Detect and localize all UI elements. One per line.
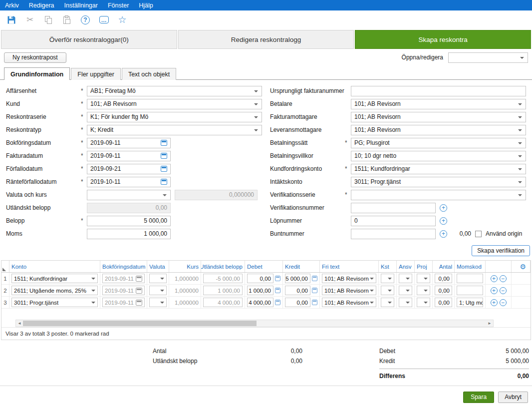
tab-skapa-reskontra[interactable]: Skapa reskontra: [355, 30, 531, 49]
kst-select[interactable]: [381, 286, 394, 295]
tab-redigera-reskontralogg[interactable]: Redigera reskontralogg: [178, 30, 354, 49]
remove-row-icon[interactable]: −: [500, 299, 507, 306]
konto-select[interactable]: 1511; Kundfordringar: [11, 274, 98, 283]
subtab-fler-uppgifter[interactable]: Fler uppgifter: [71, 68, 121, 80]
copy-icon[interactable]: [43, 14, 54, 25]
subtab-grundinformation[interactable]: Grundinformation: [4, 67, 70, 80]
subtab-text-och-objekt[interactable]: Text och objekt: [122, 68, 176, 80]
moms-input[interactable]: 1 000,00: [87, 229, 171, 239]
cancel-button[interactable]: Avbryt: [498, 392, 528, 403]
calendar-icon[interactable]: [161, 166, 167, 172]
header-kurs[interactable]: Kurs: [169, 261, 201, 272]
cut-icon[interactable]: ✂: [24, 14, 35, 25]
help-icon[interactable]: ?: [80, 14, 91, 25]
konto-select[interactable]: 3011; Progr.tjänst: [11, 298, 98, 307]
header-utlandskt-belopp[interactable]: Utländskt belopp: [201, 261, 245, 272]
valuta-select[interactable]: [149, 274, 167, 283]
menu-redigera[interactable]: Redigera: [24, 0, 59, 10]
row-number[interactable]: 3: [1, 297, 9, 308]
ursprungligt-fakturanummer-input[interactable]: [351, 86, 526, 96]
fakturadatum-input[interactable]: 2019-09-11: [87, 151, 171, 161]
header-momskod[interactable]: Momskod: [455, 261, 486, 272]
add-verifikationsnummer-icon[interactable]: +: [440, 204, 447, 212]
antal-input[interactable]: 0,00: [435, 274, 452, 283]
antal-input[interactable]: 0,00: [435, 286, 452, 295]
momskod-input[interactable]: [457, 286, 483, 295]
add-row-icon[interactable]: +: [491, 299, 498, 306]
menu-fonster[interactable]: Fönster: [103, 0, 134, 10]
kredit-input[interactable]: 0,00: [285, 298, 310, 307]
remove-row-icon[interactable]: −: [500, 287, 507, 294]
open-edit-select[interactable]: [448, 52, 528, 63]
debet-input[interactable]: 4 000,00: [247, 298, 273, 307]
ranteforfallodatum-input[interactable]: 2019-10-11: [87, 177, 171, 187]
konto-select[interactable]: 2611; Utgående moms, 25%: [11, 286, 98, 295]
save-button[interactable]: Spara: [463, 392, 494, 403]
amount-calculator-icon[interactable]: [275, 276, 280, 281]
row-number[interactable]: 2: [1, 285, 9, 296]
fakturamottagare-select[interactable]: 101; AB Revisorn: [351, 112, 526, 122]
intaktskonto-select[interactable]: 3011; Progr.tjänst: [351, 177, 526, 187]
header-kst[interactable]: Kst: [379, 261, 397, 272]
belopp-input[interactable]: 5 000,00: [87, 216, 171, 226]
forfallodatum-input[interactable]: 2019-09-21: [87, 164, 171, 174]
comment-icon[interactable]: …: [98, 14, 109, 25]
amount-calculator-icon[interactable]: [275, 288, 280, 293]
add-row-icon[interactable]: +: [491, 287, 498, 294]
amount-calculator-icon[interactable]: [275, 300, 280, 305]
leveransmottagare-select[interactable]: 101; AB Revisorn: [351, 125, 526, 135]
ansv-select[interactable]: [399, 286, 412, 295]
bokforingsdatum-input[interactable]: 2019-09-11: [87, 138, 171, 148]
betalningssatt-select[interactable]: PG; Plusgirot: [351, 138, 526, 148]
fri-text-select[interactable]: 101; AB Revisorn: [322, 274, 376, 283]
header-kredit[interactable]: Kredit: [283, 261, 320, 272]
new-post-button[interactable]: Ny reskontrapost: [4, 52, 66, 63]
add-lopnummer-icon[interactable]: +: [440, 217, 447, 225]
kund-select[interactable]: 101; AB Revisorn: [87, 99, 262, 109]
fri-text-select[interactable]: 101; AB Revisorn: [322, 298, 376, 307]
header-proj[interactable]: Proj: [415, 261, 433, 272]
momskod-input[interactable]: 1; Utg mom: [457, 298, 483, 307]
valuta-select[interactable]: [149, 286, 167, 295]
header-bokforingsdatum[interactable]: Bokföringsdatum: [100, 261, 147, 272]
menu-installningar[interactable]: Inställningar: [59, 0, 103, 10]
header-fri-text[interactable]: Fri text: [320, 261, 379, 272]
betalningsvillkor-select[interactable]: 10; 10 dgr netto: [351, 151, 526, 161]
momskod-input[interactable]: [457, 274, 483, 283]
anvand-origin-checkbox[interactable]: [475, 231, 482, 237]
scrollbar-thumb[interactable]: [23, 321, 257, 326]
affarsenhet-select[interactable]: AB1; Företag Mö: [87, 86, 262, 96]
reskontratyp-select[interactable]: K; Kredit: [87, 125, 262, 135]
calendar-icon[interactable]: [161, 153, 167, 159]
save-icon[interactable]: [6, 14, 17, 25]
horizontal-scrollbar[interactable]: ◄ ►: [15, 320, 494, 327]
antal-input[interactable]: 0,00: [435, 298, 452, 307]
proj-select[interactable]: [417, 286, 430, 295]
scroll-left-icon[interactable]: ◄: [16, 320, 23, 327]
header-debet[interactable]: Debet: [245, 261, 283, 272]
kundfordringskonto-select[interactable]: 1511; Kundfordringar: [351, 164, 526, 174]
scroll-right-icon[interactable]: ►: [486, 320, 493, 327]
create-verification-button[interactable]: Skapa verifikation: [472, 245, 530, 256]
kredit-input[interactable]: 0,00: [285, 286, 310, 295]
proj-select[interactable]: [417, 298, 430, 307]
header-antal[interactable]: Antal: [433, 261, 455, 272]
lopnummer-input[interactable]: 0: [351, 216, 436, 226]
header-ansv[interactable]: Ansv: [397, 261, 415, 272]
paste-icon[interactable]: [61, 14, 72, 25]
debet-input[interactable]: 1 000,00: [247, 286, 273, 295]
ansv-select[interactable]: [399, 274, 412, 283]
calendar-icon[interactable]: [161, 179, 167, 185]
amount-calculator-icon[interactable]: [312, 300, 317, 305]
row-number[interactable]: 1: [1, 273, 9, 284]
star-icon[interactable]: ☆: [117, 14, 128, 25]
kst-select[interactable]: [381, 298, 394, 307]
remove-row-icon[interactable]: −: [500, 275, 507, 282]
add-row-icon[interactable]: +: [491, 275, 498, 282]
verifikationsnummer-input[interactable]: [351, 203, 436, 213]
kredit-input[interactable]: 5 000,00: [285, 274, 310, 283]
proj-select[interactable]: [417, 274, 430, 283]
buntnummer-input[interactable]: [351, 229, 436, 239]
valuta-select[interactable]: [149, 298, 167, 307]
valuta-select[interactable]: [87, 190, 171, 200]
